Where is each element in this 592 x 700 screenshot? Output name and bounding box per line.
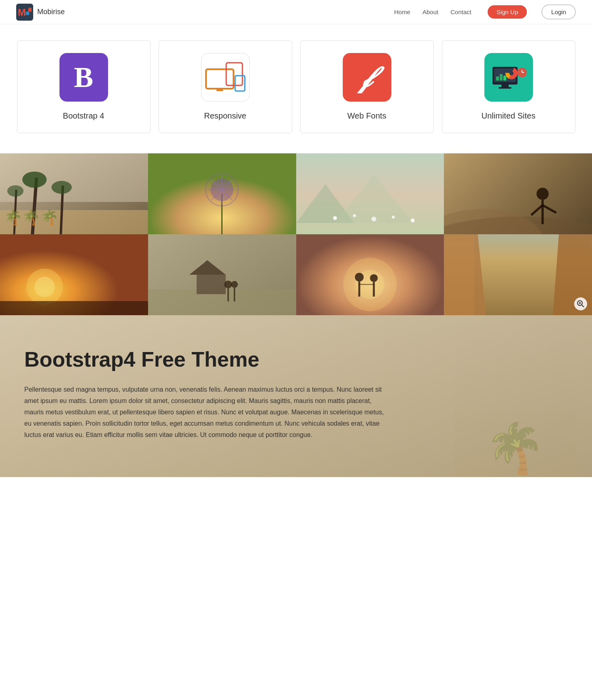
svg-point-25 <box>22 172 47 188</box>
svg-point-45 <box>333 216 337 220</box>
svg-rect-10 <box>501 85 509 87</box>
gallery-image-2 <box>148 153 296 234</box>
gallery-cell-8 <box>444 234 592 315</box>
palm-decoration: 🌴 <box>454 315 576 477</box>
svg-rect-63 <box>197 275 226 294</box>
bootstrap-label: Bootstrap 4 <box>63 111 104 121</box>
webfonts-icon-wrap: 𝒻 <box>343 53 391 102</box>
gallery-image-6 <box>148 234 296 315</box>
gallery-cell-7 <box>296 234 444 315</box>
feature-card-bootstrap: B Bootstrap 4 <box>17 40 151 133</box>
zoom-icon[interactable] <box>574 297 587 310</box>
svg-line-82 <box>582 305 584 307</box>
gallery-cell-2 <box>148 153 296 234</box>
feature-card-webfonts: 𝒻 Web Fonts <box>300 40 434 133</box>
svg-point-2 <box>25 11 30 15</box>
login-button[interactable]: Login <box>541 4 576 19</box>
svg-point-48 <box>392 216 395 218</box>
svg-point-46 <box>353 214 356 217</box>
svg-rect-13 <box>500 74 503 81</box>
feature-card-responsive: Responsive <box>159 40 292 133</box>
svg-rect-22 <box>0 153 148 202</box>
svg-rect-12 <box>496 76 499 81</box>
feature-card-unlimited: Unlimited Sites <box>442 40 575 133</box>
responsive-icon-wrap <box>201 53 250 102</box>
unlimited-icon-wrap <box>484 53 533 102</box>
svg-rect-5 <box>216 89 223 91</box>
features-grid: B Bootstrap 4 Responsive <box>17 40 575 133</box>
webfonts-label: Web Fonts <box>347 111 386 121</box>
gallery-cell-4 <box>444 153 592 234</box>
bootstrap-icon: B <box>74 63 93 92</box>
webfonts-icon: 𝒻 <box>363 61 371 94</box>
content-inner: Bootstrap4 Free Theme Pellentesque sed m… <box>24 348 388 441</box>
bootstrap-icon-wrap: B <box>59 53 108 102</box>
svg-point-53 <box>537 188 549 200</box>
features-section: B Bootstrap 4 Responsive <box>0 24 592 153</box>
svg-rect-60 <box>0 301 148 315</box>
responsive-devices-icon <box>205 61 246 93</box>
navbar: M Mobirise Home About Contact Sign Up Lo… <box>0 0 592 24</box>
zoom-icon-svg <box>577 300 585 308</box>
nav-links: Home About Contact Sign Up Login <box>394 4 576 19</box>
responsive-label: Responsive <box>204 111 246 121</box>
gallery-cell-6 <box>148 234 296 315</box>
signup-button[interactable]: Sign Up <box>488 5 527 19</box>
gallery-image-7 <box>296 234 444 315</box>
nav-link-contact[interactable]: Contact <box>450 8 471 15</box>
svg-rect-11 <box>499 87 511 89</box>
mobirise-logo-icon: M <box>16 4 33 21</box>
svg-point-29 <box>7 185 23 197</box>
content-heading: Bootstrap4 Free Theme <box>24 348 388 372</box>
svg-point-49 <box>411 218 415 223</box>
gallery-cell-3 <box>296 153 444 234</box>
svg-point-74 <box>370 274 378 282</box>
svg-rect-14 <box>503 76 506 81</box>
svg-text:M: M <box>18 7 26 18</box>
svg-rect-80 <box>444 234 474 315</box>
svg-point-65 <box>224 280 232 288</box>
logo-text: Mobirise <box>37 8 65 16</box>
svg-point-67 <box>231 281 238 288</box>
logo[interactable]: M Mobirise <box>16 4 65 21</box>
unlimited-label: Unlimited Sites <box>482 111 535 121</box>
nav-link-about[interactable]: About <box>422 8 438 15</box>
svg-rect-23 <box>0 210 148 234</box>
svg-point-59 <box>34 277 55 297</box>
content-body: Pellentesque sed magna tempus, vulputate… <box>24 384 388 441</box>
svg-point-47 <box>371 216 376 221</box>
svg-point-72 <box>355 273 364 282</box>
gallery-image-4 <box>444 153 592 234</box>
gallery-image-1 <box>0 153 148 234</box>
gallery-cell-1 <box>0 153 148 234</box>
svg-point-27 <box>51 181 72 194</box>
unlimited-sites-icon <box>490 61 527 93</box>
gallery-image-3 <box>296 153 444 234</box>
svg-point-17 <box>509 71 513 75</box>
gallery-image-8 <box>444 234 592 315</box>
nav-link-home[interactable]: Home <box>394 8 410 15</box>
gallery-image-5 <box>0 234 148 315</box>
gallery-cell-5 <box>0 234 148 315</box>
gallery-section <box>0 153 592 315</box>
svg-rect-3 <box>28 8 32 12</box>
svg-rect-7 <box>235 76 245 91</box>
content-section: 🌴 Bootstrap4 Free Theme Pellentesque sed… <box>0 315 592 477</box>
